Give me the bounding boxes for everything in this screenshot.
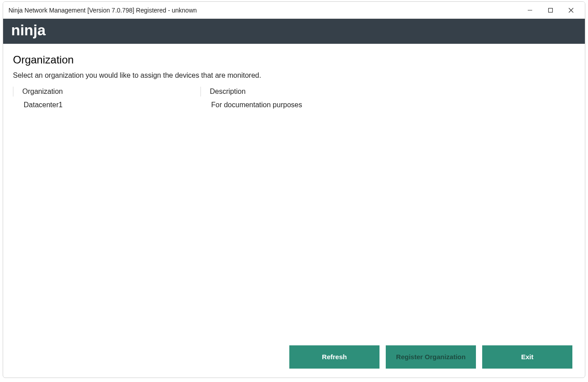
organization-table: Organization Description Datacenter1 For… bbox=[13, 85, 575, 345]
minimize-button[interactable] bbox=[520, 3, 540, 17]
table-header: Organization Description bbox=[13, 85, 575, 98]
page-title: Organization bbox=[13, 54, 575, 66]
maximize-button[interactable] bbox=[540, 3, 561, 17]
table-row[interactable]: Datacenter1 For documentation purposes bbox=[13, 98, 575, 112]
cell-description: For documentation purposes bbox=[200, 100, 575, 110]
column-header-description[interactable]: Description bbox=[200, 87, 575, 97]
page-subtitle: Select an organization you would like to… bbox=[13, 71, 575, 80]
window-title: Ninja Network Management [Version 7.0.79… bbox=[8, 7, 520, 14]
close-button[interactable] bbox=[561, 3, 581, 17]
window-controls bbox=[520, 3, 581, 17]
brand-bar: ninja bbox=[3, 19, 585, 44]
footer-actions: Refresh Register Organization Exit bbox=[13, 345, 575, 371]
maximize-icon bbox=[548, 8, 553, 13]
cell-organization: Datacenter1 bbox=[13, 100, 200, 110]
close-icon bbox=[568, 8, 574, 13]
titlebar: Ninja Network Management [Version 7.0.79… bbox=[3, 2, 585, 19]
svg-rect-1 bbox=[549, 8, 553, 12]
column-header-organization[interactable]: Organization bbox=[13, 87, 200, 97]
brand-logo: ninja bbox=[11, 22, 46, 39]
content-area: Organization Select an organization you … bbox=[3, 44, 585, 378]
exit-button[interactable]: Exit bbox=[482, 345, 572, 369]
register-organization-button[interactable]: Register Organization bbox=[386, 345, 476, 369]
refresh-button[interactable]: Refresh bbox=[289, 345, 379, 369]
minimize-icon bbox=[527, 8, 533, 13]
app-window: Ninja Network Management [Version 7.0.79… bbox=[3, 1, 585, 378]
